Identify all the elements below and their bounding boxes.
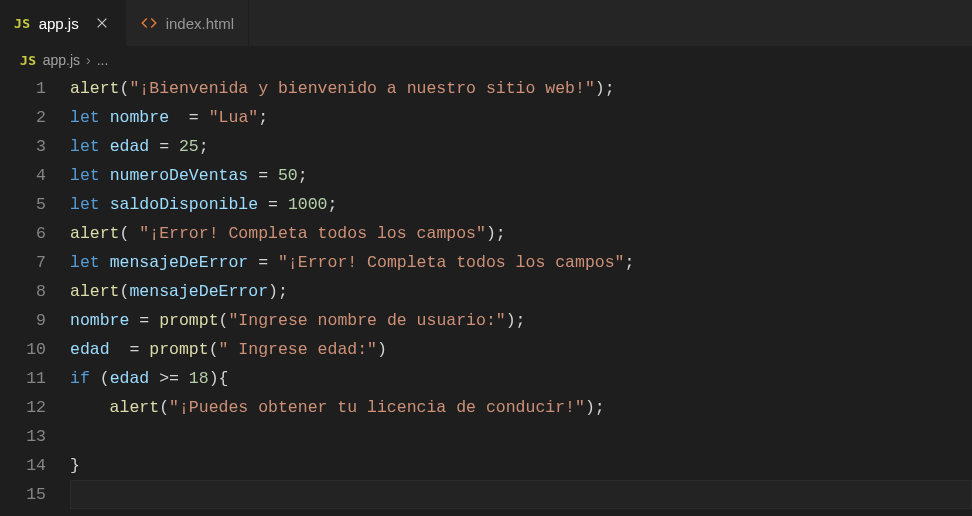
code-token [268,253,278,272]
code-token: "¡Error! Completa todos los campos" [278,253,625,272]
code-token: ( [219,311,229,330]
code-line[interactable]: alert(mensajeDeError); [70,277,972,306]
code-token: "¡Puedes obtener tu licencia de conducir… [169,398,585,417]
code-token [100,253,110,272]
code-token: ); [585,398,605,417]
code-token: if [70,369,90,388]
line-number: 2 [0,103,46,132]
line-number: 13 [0,422,46,451]
code-token: ) [377,340,387,359]
code-token [248,253,258,272]
tab-app-js[interactable]: JS app.js [0,0,126,46]
code-token: "Ingrese nombre de usuario:" [228,311,505,330]
line-number: 12 [0,393,46,422]
code-token: = [258,166,268,185]
code-token: ( [100,369,110,388]
code-token: ( [120,224,140,243]
code-token [248,166,258,185]
code-line[interactable]: } [70,451,972,480]
code-token [149,137,159,156]
code-token: "¡Error! Completa todos los campos" [139,224,486,243]
code-line[interactable]: let numeroDeVentas = 50; [70,161,972,190]
code-line[interactable]: let nombre = "Lua"; [70,103,972,132]
javascript-icon: JS [14,16,31,31]
code-token [278,195,288,214]
tab-index-html[interactable]: index.html [126,0,249,46]
close-icon[interactable] [93,14,111,32]
code-line[interactable] [70,422,972,451]
line-number: 6 [0,219,46,248]
code-token: ( [120,282,130,301]
code-token [100,166,110,185]
breadcrumb-rest: ... [97,52,109,68]
code-token: edad [110,137,150,156]
code-token: 25 [179,137,199,156]
line-number: 9 [0,306,46,335]
line-number: 4 [0,161,46,190]
code-line[interactable]: alert( "¡Error! Completa todos los campo… [70,219,972,248]
code-token: = [129,340,139,359]
code-token [258,195,268,214]
code-token [149,311,159,330]
breadcrumb-file: app.js [43,52,80,68]
code-line[interactable]: edad = prompt(" Ingrese edad:") [70,335,972,364]
line-number: 3 [0,132,46,161]
code-token: } [70,456,80,475]
code-line[interactable]: alert("¡Bienvenida y bienvenido a nuestr… [70,74,972,103]
code-token: ( [209,340,219,359]
line-number: 8 [0,277,46,306]
code-token: let [70,137,100,156]
code-token: " Ingrese edad:" [219,340,377,359]
code-token: ); [486,224,506,243]
code-token: alert [110,398,160,417]
code-token: let [70,253,100,272]
line-number: 7 [0,248,46,277]
breadcrumb[interactable]: JS app.js › ... [0,46,972,74]
code-token: let [70,166,100,185]
code-editor[interactable]: 123456789101112131415 alert("¡Bienvenida… [0,74,972,509]
code-line[interactable]: alert("¡Puedes obtener tu licencia de co… [70,393,972,422]
code-token [149,369,159,388]
line-number: 11 [0,364,46,393]
line-number-gutter: 123456789101112131415 [0,74,70,509]
code-token: = [159,137,169,156]
code-token: ( [120,79,130,98]
code-token: 50 [278,166,298,185]
line-number: 14 [0,451,46,480]
code-token: edad [70,340,110,359]
code-token [90,369,100,388]
line-number: 1 [0,74,46,103]
code-token: ); [506,311,526,330]
code-token: ; [327,195,337,214]
line-number: 15 [0,480,46,509]
line-number: 5 [0,190,46,219]
tab-label: app.js [39,15,79,32]
code-token: ; [199,137,209,156]
code-token [100,108,110,127]
code-token: ; [298,166,308,185]
html-icon [140,14,158,32]
code-token: saldoDisponible [110,195,259,214]
code-token: >= [159,369,179,388]
code-token: = [268,195,278,214]
code-token [139,340,149,359]
code-line[interactable] [70,480,972,509]
code-token: ); [268,282,288,301]
code-token [129,311,139,330]
code-line[interactable]: let saldoDisponible = 1000; [70,190,972,219]
code-line[interactable]: nombre = prompt("Ingrese nombre de usuar… [70,306,972,335]
code-token [268,166,278,185]
code-token: alert [70,224,120,243]
line-number: 10 [0,335,46,364]
code-token [100,137,110,156]
code-token: = [139,311,149,330]
code-token: alert [70,282,120,301]
code-area[interactable]: alert("¡Bienvenida y bienvenido a nuestr… [70,74,972,509]
code-line[interactable]: let edad = 25; [70,132,972,161]
code-token: nombre [110,108,169,127]
code-token [70,398,110,417]
code-line[interactable]: let mensajeDeError = "¡Error! Completa t… [70,248,972,277]
code-token: ( [159,398,169,417]
chevron-right-icon: › [86,52,91,68]
code-line[interactable]: if (edad >= 18){ [70,364,972,393]
